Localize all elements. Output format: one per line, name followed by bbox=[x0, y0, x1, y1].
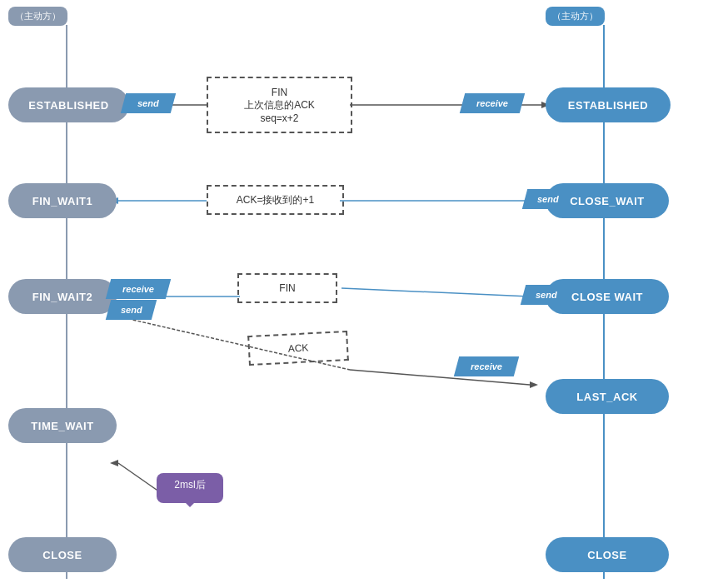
top-label-left: （主动方） bbox=[8, 7, 67, 26]
label-receive2: receive bbox=[106, 279, 171, 299]
label-send2: send bbox=[522, 189, 573, 209]
top-label-right: （主动方） bbox=[546, 7, 605, 26]
state-close-right: CLOSE bbox=[546, 537, 669, 572]
timer-bubble: 2msl后 bbox=[157, 473, 223, 503]
label-send1: send bbox=[121, 93, 176, 113]
state-fin-wait1: FIN_WAIT1 bbox=[8, 183, 117, 218]
label-send3: send bbox=[106, 300, 157, 320]
packet-fin: FIN bbox=[237, 273, 337, 303]
packet-ack1: ACK=接收到的+1 bbox=[207, 185, 344, 215]
label-receive3: receive bbox=[454, 356, 519, 376]
state-time-wait: TIME_WAIT bbox=[8, 408, 117, 443]
state-established-left: ESTABLISHED bbox=[8, 87, 129, 122]
packet-fin-ack: FIN 上次信息的ACK seq=x+2 bbox=[207, 77, 352, 133]
svg-marker-14 bbox=[110, 460, 118, 466]
packet-ack2: ACK bbox=[247, 331, 349, 366]
svg-line-9 bbox=[342, 288, 530, 296]
state-last-ack: LAST_ACK bbox=[546, 379, 669, 414]
label-receive1: receive bbox=[460, 93, 525, 113]
tcp-close-diagram: （主动方） （主动方） ESTABLISHED FIN_WAIT1 FIN_WA… bbox=[0, 0, 703, 588]
state-fin-wait2: FIN_WAIT2 bbox=[8, 279, 117, 314]
label-send4: send bbox=[521, 285, 571, 305]
state-established-right: ESTABLISHED bbox=[546, 87, 671, 122]
svg-marker-12 bbox=[530, 381, 538, 388]
state-close-left: CLOSE bbox=[8, 537, 117, 572]
